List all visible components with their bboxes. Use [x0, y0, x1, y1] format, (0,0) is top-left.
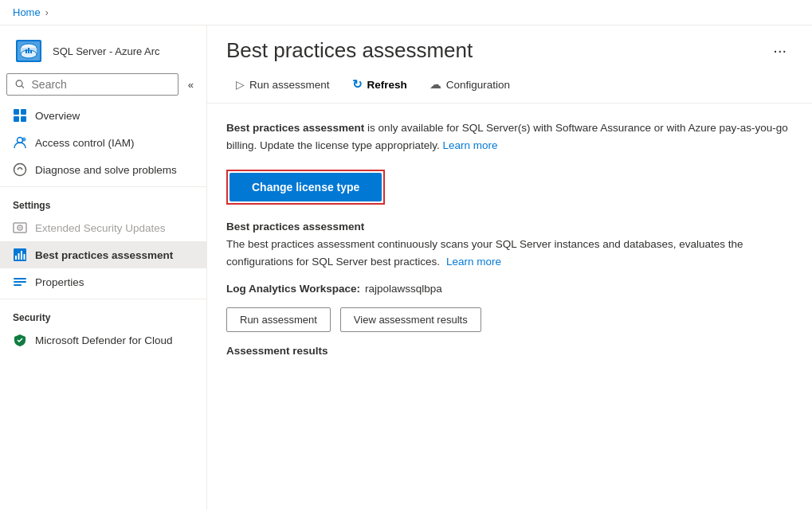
svg-point-10: [16, 80, 22, 87]
sidebar-item-diagnose-label: Diagnose and solve problems: [35, 164, 177, 176]
view-results-button[interactable]: View assessment results: [340, 307, 481, 332]
search-row: «: [0, 73, 206, 102]
refresh-icon: ↻: [352, 77, 363, 92]
sidebar-item-esu[interactable]: Extended Security Updates: [0, 214, 206, 241]
change-license-button[interactable]: Change license type: [229, 173, 382, 201]
svg-point-21: [19, 227, 21, 229]
workspace-field-row: Log Analytics Workspace: rajpolawssqlbpa: [226, 283, 793, 295]
change-license-wrapper: Change license type: [226, 170, 793, 205]
sql-arc-icon: [14, 37, 43, 65]
bpa-description-section: Best practices assessment The best pract…: [226, 221, 793, 270]
toolbar: ▷ Run assessment ↻ Refresh ☁ Configurati…: [207, 72, 812, 104]
svg-rect-23: [15, 256, 17, 260]
sidebar-item-bpa[interactable]: Best practices assessment: [0, 241, 206, 268]
sidebar-item-esu-label: Extended Security Updates: [35, 222, 166, 234]
diagnose-icon: [13, 162, 27, 177]
svg-rect-15: [21, 116, 26, 122]
breadcrumb: Home ›: [13, 6, 49, 18]
sidebar-item-defender[interactable]: Microsoft Defender for Cloud: [0, 326, 206, 354]
sidebar-item-overview[interactable]: Overview: [0, 102, 206, 129]
bpa-section-title: Best practices assessment: [226, 221, 793, 233]
info-box: Best practices assessment is only availa…: [226, 119, 793, 154]
workspace-label: Log Analytics Workspace:: [226, 283, 360, 295]
bpa-learn-more-link[interactable]: Learn more: [446, 256, 501, 268]
svg-rect-12: [14, 109, 19, 115]
svg-line-11: [22, 86, 24, 88]
refresh-button[interactable]: ↻ Refresh: [343, 72, 417, 96]
svg-rect-25: [21, 251, 22, 260]
sidebar-logo: [13, 35, 45, 67]
run-assessment-button[interactable]: Run assessment: [226, 307, 331, 332]
sidebar-item-defender-label: Microsoft Defender for Cloud: [35, 334, 173, 346]
settings-section-header: Settings: [0, 190, 206, 214]
svg-rect-13: [21, 109, 26, 115]
svg-point-17: [22, 138, 26, 142]
sidebar-item-diagnose[interactable]: Diagnose and solve problems: [0, 156, 206, 183]
bpa-icon: [13, 248, 27, 262]
svg-rect-28: [14, 281, 26, 283]
svg-rect-29: [14, 284, 22, 286]
bpa-section-text: The best practices assessment continuous…: [226, 236, 793, 270]
svg-rect-27: [14, 278, 26, 280]
esu-icon: [13, 221, 27, 235]
search-icon: [15, 79, 25, 90]
more-options-button[interactable]: ···: [767, 38, 793, 63]
svg-point-18: [14, 164, 26, 176]
collapse-sidebar-button[interactable]: «: [182, 74, 200, 96]
run-assessment-toolbar-button[interactable]: ▷ Run assessment: [226, 73, 339, 96]
sidebar-item-bpa-label: Best practices assessment: [35, 249, 173, 261]
breadcrumb-separator: ›: [45, 7, 49, 18]
main-content: Best practices assessment ··· ▷ Run asse…: [207, 25, 812, 510]
configuration-icon: ☁: [430, 77, 441, 92]
svg-rect-7: [25, 49, 27, 53]
divider-security: [0, 299, 206, 299]
defender-icon: [13, 333, 27, 347]
sidebar-item-properties[interactable]: Properties: [0, 268, 206, 295]
iam-icon: [13, 135, 27, 150]
run-icon: ▷: [236, 78, 245, 91]
sidebar-header: SQL Server - Azure Arc: [0, 25, 206, 73]
search-input[interactable]: [32, 78, 170, 91]
content-body: Best practices assessment is only availa…: [207, 104, 812, 373]
svg-rect-24: [18, 253, 20, 260]
main-layout: SQL Server - Azure Arc « Overview: [0, 25, 812, 510]
svg-rect-8: [28, 48, 29, 53]
sidebar-resource-title: SQL Server - Azure Arc: [53, 45, 160, 57]
page-title: Best practices assessment: [226, 38, 759, 63]
svg-rect-9: [30, 50, 32, 53]
change-license-border: Change license type: [226, 170, 385, 205]
search-box[interactable]: [6, 73, 178, 96]
sidebar-item-iam-label: Access control (IAM): [35, 137, 135, 149]
svg-rect-26: [24, 254, 25, 260]
assessment-results-title: Assessment results: [226, 345, 793, 357]
overview-icon: [13, 108, 27, 123]
sidebar-item-overview-label: Overview: [35, 110, 80, 122]
configuration-button[interactable]: ☁ Configuration: [420, 72, 520, 96]
workspace-value: rajpolawssqlbpa: [365, 283, 442, 295]
content-header: Best practices assessment ···: [207, 25, 812, 72]
top-bar: Home ›: [0, 0, 812, 25]
action-buttons: Run assessment View assessment results: [226, 307, 793, 332]
svg-rect-14: [14, 116, 19, 122]
properties-icon: [13, 275, 27, 289]
info-bold: Best practices assessment: [226, 122, 364, 134]
info-learn-more-link[interactable]: Learn more: [442, 139, 497, 151]
divider-settings: [0, 186, 206, 187]
sidebar-item-iam[interactable]: Access control (IAM): [0, 129, 206, 156]
home-link[interactable]: Home: [13, 6, 41, 18]
security-section-header: Security: [0, 303, 206, 326]
sidebar: SQL Server - Azure Arc « Overview: [0, 25, 207, 510]
run-assessment-label: Run assessment: [249, 79, 330, 91]
configuration-label: Configuration: [446, 79, 510, 91]
sidebar-item-properties-label: Properties: [35, 276, 84, 288]
refresh-label: Refresh: [367, 79, 407, 91]
